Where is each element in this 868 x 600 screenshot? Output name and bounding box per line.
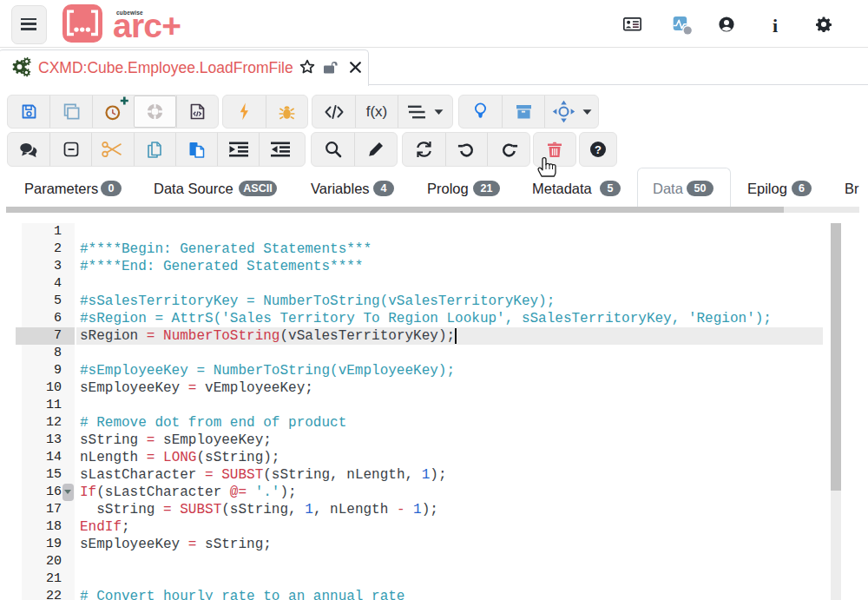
svg-text:?: ? — [595, 143, 602, 156]
